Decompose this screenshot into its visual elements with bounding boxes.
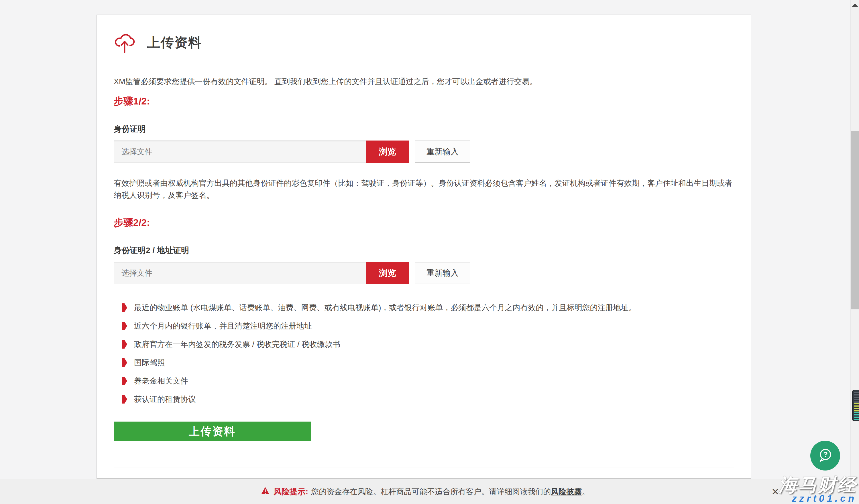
risk-warning-text: 您的资金存在风险。杠杆商品可能不适合所有客户。请详细阅读我们的风险披露。 xyxy=(311,487,589,497)
upload-card: 上传资料 XM监管必须要求您提供一份有效的文件证明。 直到我们收到您上传的文件并… xyxy=(96,15,751,479)
risk-warning-label: 风险提示: xyxy=(273,486,308,497)
step-2-heading: 步骤2/2: xyxy=(114,216,734,229)
list-item-text: 国际驾照 xyxy=(134,357,165,368)
risk-text-suffix: 。 xyxy=(582,487,589,496)
identity-reset-button[interactable]: 重新输入 xyxy=(415,141,470,163)
red-flag-bullet-icon xyxy=(122,322,127,330)
red-flag-bullet-icon xyxy=(122,358,127,367)
list-item-text: 政府官方在一年内签发的税务发票 / 税收完税证 / 税收缴款书 xyxy=(134,338,340,350)
red-flag-bullet-icon xyxy=(122,303,127,312)
risk-warning-bar: 风险提示: 您的资金存在风险。杠杆商品可能不适合所有客户。请详细阅读我们的风险披… xyxy=(0,479,850,504)
address-reset-button[interactable]: 重新输入 xyxy=(415,262,470,284)
identity-file-input[interactable] xyxy=(114,141,366,163)
list-item: 最近的物业账单 (水电煤账单、话费账单、油费、网费、或有线电视账单)，或者银行对… xyxy=(122,302,734,313)
list-item: 获认证的租赁协议 xyxy=(122,394,734,405)
red-flag-bullet-icon xyxy=(122,395,127,404)
svg-text:?: ? xyxy=(823,451,828,458)
equalizer-grey-bars xyxy=(854,392,859,403)
equalizer-yellow-bars xyxy=(854,403,859,412)
accepted-documents-list: 最近的物业账单 (水电煤账单、话费账单、油费、网费、或有线电视账单)，或者银行对… xyxy=(122,302,734,405)
close-risk-bar-button[interactable]: × xyxy=(772,486,779,498)
identity-proof-note: 有效护照或者由权威机构官方出具的其他身份证件的彩色复印件（比如：驾驶证，身份证等… xyxy=(114,177,734,201)
warning-triangle-icon xyxy=(261,487,270,497)
risk-warning-content: 风险提示: 您的资金存在风险。杠杆商品可能不适合所有客户。请详细阅读我们的风险披… xyxy=(261,486,589,497)
list-item-text: 获认证的租赁协议 xyxy=(134,394,196,405)
address-browse-button[interactable]: 浏览 xyxy=(366,262,409,284)
list-item: 养老金相关文件 xyxy=(122,375,734,387)
list-item: 国际驾照 xyxy=(122,357,734,368)
upload-submit-button[interactable]: 上传资料 xyxy=(114,422,311,441)
list-item-text: 养老金相关文件 xyxy=(134,375,188,387)
list-item: 政府官方在一年内签发的税务发票 / 税收完税证 / 税收缴款书 xyxy=(122,338,734,350)
list-item: 近六个月内的银行账单，并且清楚注明您的注册地址 xyxy=(122,320,734,332)
red-flag-bullet-icon xyxy=(122,340,127,349)
intro-text: XM监管必须要求您提供一份有效的文件证明。 直到我们收到您上传的文件并且认证通过… xyxy=(114,76,734,87)
address-file-input[interactable] xyxy=(114,262,366,284)
scroll-up-arrow[interactable] xyxy=(852,3,858,7)
cloud-upload-icon xyxy=(114,31,135,55)
address-file-row: 浏览 重新输入 xyxy=(114,262,470,284)
scrollbar-thumb[interactable] xyxy=(851,131,859,310)
red-flag-bullet-icon xyxy=(122,377,127,385)
bottom-divider xyxy=(114,467,734,467)
list-item-text: 近六个月内的银行账单，并且清楚注明您的注册地址 xyxy=(134,320,312,332)
risk-disclosure-link[interactable]: 风险披露 xyxy=(551,487,582,496)
question-bubble-icon: ? xyxy=(816,446,834,465)
identity-browse-button[interactable]: 浏览 xyxy=(366,141,409,163)
step-1-heading: 步骤1/2: xyxy=(114,95,734,107)
edge-equalizer-widget[interactable] xyxy=(852,390,859,421)
identity-file-row: 浏览 重新输入 xyxy=(114,141,470,163)
list-item-text: 最近的物业账单 (水电煤账单、话费账单、油费、网费、或有线电视账单)，或者银行对… xyxy=(134,302,636,313)
equalizer-teal-bars xyxy=(854,412,859,421)
identity-proof-label: 身份证明 xyxy=(114,124,734,134)
scrollbar-track[interactable] xyxy=(850,0,859,504)
page-header: 上传资料 xyxy=(114,31,734,54)
help-chat-button[interactable]: ? xyxy=(810,441,840,471)
page-title: 上传资料 xyxy=(147,34,202,51)
address-proof-label: 身份证明2 / 地址证明 xyxy=(114,245,734,256)
